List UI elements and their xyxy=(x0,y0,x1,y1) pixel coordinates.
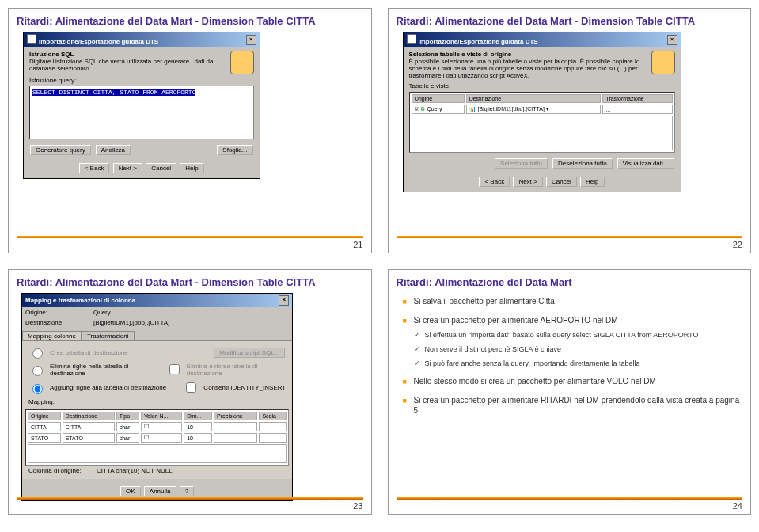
help-button[interactable]: ? xyxy=(180,486,194,496)
chk-recreate[interactable] xyxy=(169,364,180,374)
window-title: Mapping e trasformazioni di colonna xyxy=(25,297,135,304)
list-item: Si crea un pacchetto per alimentare RITA… xyxy=(403,395,743,416)
slide-23: Ritardi: Alimentazione del Data Mart - D… xyxy=(8,269,372,515)
list-item: Si crea un pacchetto per alimentare AERO… xyxy=(403,315,743,369)
opt-append-label: Aggiungi righe alla tabella di destinazi… xyxy=(50,384,166,391)
query-label: Istruzione query: xyxy=(29,77,254,84)
page-number: 21 xyxy=(353,240,362,249)
ok-button[interactable]: OK xyxy=(120,486,141,496)
source-col-value: CITTA char(10) NOT NULL xyxy=(97,467,173,474)
back-button[interactable]: < Back xyxy=(79,163,110,173)
close-icon[interactable]: × xyxy=(246,35,256,45)
tables-grid[interactable]: OrigineDestinazioneTrasformazione ☑ ⚙ Qu… xyxy=(409,92,675,153)
cancel-button[interactable]: Annulla xyxy=(144,486,176,496)
dts-wizard-window: Importazione/Esportazione guidata DTS × … xyxy=(403,32,681,192)
titlebar: Importazione/Esportazione guidata DTS × xyxy=(404,32,681,47)
select-all-button[interactable]: Seleziona tutto xyxy=(495,158,548,169)
radio-delete-rows[interactable] xyxy=(32,366,43,376)
col-dest: Destinazione xyxy=(466,94,602,103)
edit-sql-button[interactable]: Modifica script SQL... xyxy=(214,348,285,358)
origin-label: Origine: xyxy=(25,309,89,316)
tables-label: Tabelle e viste: xyxy=(409,82,675,89)
heading: Istruzione SQL xyxy=(29,51,254,58)
tab-transform[interactable]: Trasformazioni xyxy=(82,331,135,340)
sql-input[interactable]: SELECT DISTINCT CITTA, STATO FROM AEROPO… xyxy=(29,86,254,139)
analyze-button[interactable]: Analizza xyxy=(96,145,131,155)
radio-append-rows[interactable] xyxy=(32,384,43,394)
window-title: Importazione/Esportazione guidata DTS xyxy=(39,38,158,45)
titlebar: Mapping e trasformazioni di colonna × xyxy=(22,294,292,307)
back-button[interactable]: < Back xyxy=(479,177,510,187)
col-origin: Origine xyxy=(412,94,465,103)
cancel-button[interactable]: Cancel xyxy=(546,177,577,187)
mapping-label: Mapping: xyxy=(25,397,289,407)
tab-mapping[interactable]: Mapping colonne xyxy=(22,331,82,340)
slide-title: Ritardi: Alimentazione del Data Mart - D… xyxy=(17,15,363,27)
divider xyxy=(17,236,363,238)
heading: Seleziona tabelle e viste di origine xyxy=(409,51,675,58)
slide-24: Ritardi: Alimentazione del Data Mart Si … xyxy=(388,269,752,515)
app-icon xyxy=(407,34,416,44)
dest-label: Destinazione: xyxy=(25,319,89,326)
page-number: 24 xyxy=(733,501,742,511)
slide-22: Ritardi: Alimentazione del Data Mart - D… xyxy=(388,8,752,253)
opt-recreate-label: Elimina e ricrea tabella di destinazione xyxy=(187,363,286,377)
radio-create-table[interactable] xyxy=(32,348,43,359)
app-icon xyxy=(27,34,36,44)
bullet-list: Si salva il pacchetto per alimentare Cit… xyxy=(403,296,743,416)
slide-title: Ritardi: Alimentazione del Data Mart xyxy=(397,276,743,288)
source-col-label: Colonna di origine: xyxy=(28,467,92,474)
opt-create-label: Crea tabella di destinazione xyxy=(50,349,128,356)
cancel-button[interactable]: Cancel xyxy=(146,163,176,173)
window-title: Importazione/Esportazione guidata DTS xyxy=(419,38,538,45)
opt-delete-label: Elimina righe nella tabella di destinazi… xyxy=(50,363,157,377)
divider xyxy=(397,236,743,238)
divider xyxy=(17,497,363,500)
view-data-button[interactable]: Visualizza dati... xyxy=(617,158,674,169)
wizard-icon xyxy=(230,51,254,74)
list-item: Si effettua un "importa dati" basato sul… xyxy=(414,330,743,340)
divider xyxy=(397,497,743,500)
close-icon[interactable]: × xyxy=(667,35,677,45)
mapping-window: Mapping e trasformazioni di colonna × Or… xyxy=(21,293,293,501)
list-item: Si salva il pacchetto per alimentare Cit… xyxy=(403,296,743,307)
subheading: È possibile selezionare una o più tabell… xyxy=(409,58,675,79)
list-item: Nello stesso modo si crea un pacchetto p… xyxy=(403,376,743,387)
slide-21: Ritardi: Alimentazione del Data Mart - D… xyxy=(8,8,372,253)
dts-wizard-window: Importazione/Esportazione guidata DTS × … xyxy=(23,32,260,179)
deselect-all-button[interactable]: Deseleziona tutto xyxy=(552,158,613,169)
page-number: 22 xyxy=(733,240,742,249)
table-row[interactable]: CITTACITTAchar☐10 xyxy=(28,422,287,431)
browse-button[interactable]: Sfoglia... xyxy=(217,145,252,155)
slide-title: Ritardi: Alimentazione del Data Mart - D… xyxy=(17,276,363,288)
origin-value: Query xyxy=(93,309,111,316)
list-item: Non serve il distinct perchè SIGLA è chi… xyxy=(414,344,743,354)
help-button[interactable]: Help xyxy=(580,177,604,187)
mapping-grid[interactable]: OrigineDestinazioneTipoValori N...Dim...… xyxy=(25,409,289,466)
subheading: Digitare l'istruzione SQL che verrà util… xyxy=(29,58,254,72)
help-button[interactable]: Help xyxy=(180,163,203,173)
table-row[interactable]: ☑ ⚙ Query📊 [BigliettiDM1].[dbo].[CITTA] … xyxy=(412,104,673,114)
next-button[interactable]: Next > xyxy=(113,163,142,173)
dest-value: [BigliettiDM1].[dbo].[CITTA] xyxy=(93,319,169,326)
page-number: 23 xyxy=(353,501,362,511)
titlebar: Importazione/Esportazione guidata DTS × xyxy=(24,32,260,47)
query-builder-button[interactable]: Generatore query xyxy=(30,145,91,155)
chk-identity[interactable] xyxy=(186,382,196,393)
close-icon[interactable]: × xyxy=(279,295,289,306)
col-transform: Trasformazione xyxy=(602,94,672,103)
opt-identity-label: Consenti IDENTITY_INSERT xyxy=(203,384,286,391)
slide-title: Ritardi: Alimentazione del Data Mart - D… xyxy=(397,15,743,27)
table-row[interactable]: STATOSTATOchar☐10 xyxy=(28,433,287,443)
next-button[interactable]: Next > xyxy=(513,177,542,187)
wizard-icon xyxy=(651,51,675,74)
list-item: Si può fare anche senza la query, import… xyxy=(414,359,743,368)
